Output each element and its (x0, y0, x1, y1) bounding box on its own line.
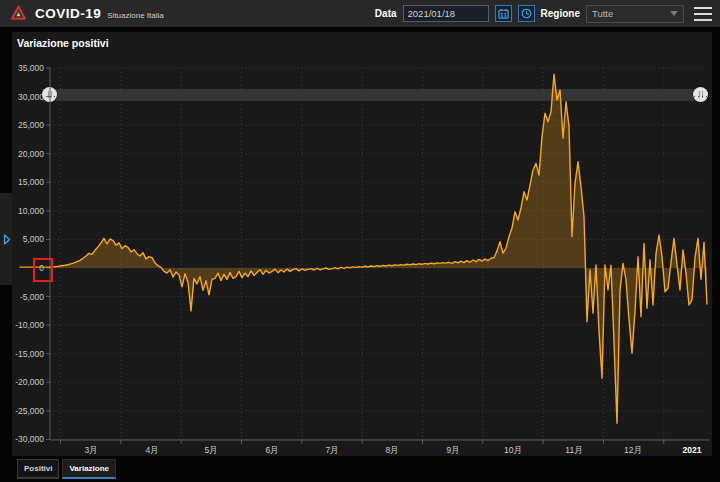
tab-variazione[interactable]: Variazione (62, 459, 116, 479)
calendar-icon (498, 8, 509, 19)
y-tick-label: 15,000 (18, 177, 44, 187)
covid-dashboard: COVID-19 Situazione Italia Data (0, 0, 720, 482)
date-label: Data (375, 8, 397, 19)
calendar-button[interactable] (495, 5, 512, 22)
y-tick-label: -25,000 (15, 406, 44, 416)
x-tick-label: 9月 (446, 445, 459, 455)
y-tick-label: -15,000 (15, 349, 44, 359)
region-select[interactable]: Tutte (586, 5, 684, 23)
y-tick-label: -5,000 (20, 292, 44, 302)
x-tick-label: 5月 (204, 445, 217, 455)
y-tick-label: 20,000 (18, 149, 44, 159)
app-subtitle: Situazione Italia (107, 11, 163, 20)
tab-variazione-label: Variazione (69, 464, 109, 473)
y-tick-label: 35,000 (18, 63, 44, 73)
x-tick-label: 6月 (265, 445, 278, 455)
y-tick-label: 25,000 (18, 120, 44, 130)
chevron-down-icon (670, 11, 678, 16)
x-tick-label: 3月 (84, 445, 97, 455)
y-tick-label: 30,000 (18, 92, 44, 102)
y-tick-label: 10,000 (18, 206, 44, 216)
x-tick-label: 12月 (624, 445, 642, 455)
variazione-chart[interactable]: 35,00030,00025,00020,00015,00010,0005,00… (12, 32, 712, 456)
x-tick-label: 10月 (504, 445, 522, 455)
y-tick-label: -30,000 (15, 434, 44, 444)
date-input[interactable] (403, 5, 489, 22)
x-tick-label: 4月 (145, 445, 158, 455)
x-tick-label: 7月 (325, 445, 338, 455)
header-controls: Data Regione (375, 0, 712, 27)
clock-button[interactable] (518, 5, 535, 22)
region-label: Regione (541, 8, 580, 19)
protezione-civile-logo (10, 5, 27, 22)
chart-panel: Variazione positivi 35,00030,00025,00020… (12, 32, 712, 456)
tab-positivi-label: Positivi (24, 464, 52, 473)
y-tick-label: 5,000 (23, 234, 45, 244)
x-tick-label: 8月 (385, 445, 398, 455)
x-tick-label: 11月 (565, 445, 582, 455)
y-tick-label: -10,000 (15, 320, 44, 330)
app-header: COVID-19 Situazione Italia Data (0, 0, 720, 27)
expand-arrow-icon (3, 234, 11, 245)
tab-positivi[interactable]: Positivi (17, 459, 59, 479)
y-tick-label: -20,000 (15, 377, 44, 387)
menu-button[interactable] (694, 7, 712, 21)
clock-icon (521, 8, 532, 19)
annotation-highlight-zero-label (33, 258, 53, 282)
app-title: COVID-19 (35, 6, 101, 21)
region-select-value: Tutte (592, 8, 613, 19)
bottom-tab-bar: Positivi Variazione (17, 459, 116, 478)
menu-icon (694, 7, 712, 9)
x-tick-label: 2021 (683, 445, 702, 455)
